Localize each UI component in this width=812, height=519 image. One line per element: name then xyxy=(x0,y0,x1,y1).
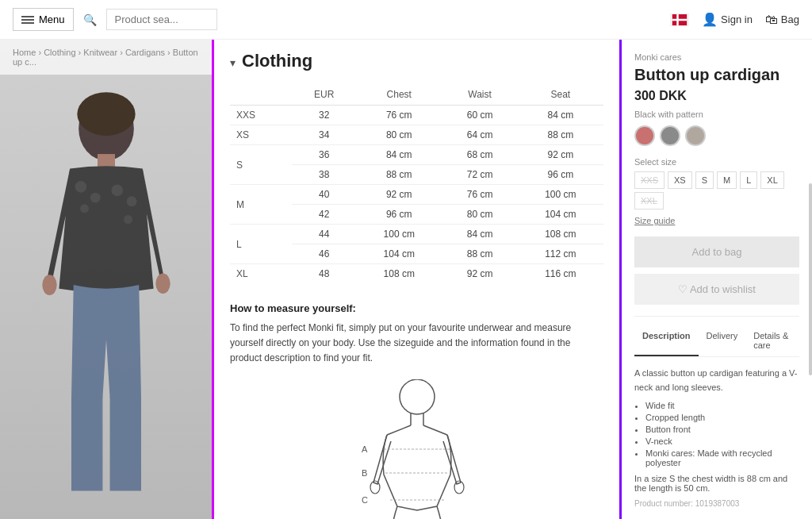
product-description: A classic button up cardigan featuring a… xyxy=(634,367,799,394)
breadcrumb-home[interactable]: Home xyxy=(13,48,36,57)
svg-point-4 xyxy=(77,92,135,136)
measure-diagram: A B C xyxy=(330,379,504,519)
table-cell: 60 cm xyxy=(442,106,517,125)
flag-icon[interactable] xyxy=(670,13,689,26)
table-header-row: EUR Chest Waist Seat xyxy=(230,84,603,106)
breadcrumb-clothing[interactable]: Clothing xyxy=(44,48,75,57)
product-number: Product number: 1019387003 xyxy=(634,499,799,508)
table-cell: 64 cm xyxy=(442,125,517,145)
color-swatch-2[interactable] xyxy=(660,125,680,146)
measure-text: To find the perfect Monki fit, simply pu… xyxy=(230,321,603,367)
table-cell: 108 cm xyxy=(356,264,442,284)
model-silhouette xyxy=(27,85,186,519)
product-image xyxy=(0,40,212,519)
size-button-m[interactable]: M xyxy=(717,171,737,189)
color-swatch-3[interactable] xyxy=(685,125,706,146)
svg-point-16 xyxy=(400,379,435,414)
person-icon: 👤 xyxy=(702,12,718,27)
table-cell: 38 xyxy=(292,165,356,185)
product-price: 300 DKK xyxy=(634,89,799,103)
size-button-xxl[interactable]: XXL xyxy=(634,192,664,210)
svg-point-10 xyxy=(80,204,89,213)
table-row: M 40 92 cm 76 cm 100 cm xyxy=(230,185,603,205)
svg-text:A: A xyxy=(362,444,368,454)
chevron-down-icon[interactable]: ▾ xyxy=(230,56,236,69)
table-cell: 84 cm xyxy=(442,225,517,244)
list-item: Monki cares: Made with recycled polyeste… xyxy=(645,448,799,467)
wishlist-button[interactable]: ♡ Add to wishlist xyxy=(634,274,799,305)
table-cell: 34 xyxy=(292,125,356,145)
size-label: S xyxy=(230,145,292,185)
table-cell: 76 cm xyxy=(442,185,517,205)
middle-panel[interactable]: ▾ Clothing EUR Chest Waist Seat XXS 32 7 xyxy=(214,40,622,519)
size-button-l[interactable]: L xyxy=(740,171,757,189)
bag-button[interactable]: 🛍 Bag xyxy=(765,13,799,27)
table-cell: 48 xyxy=(292,264,356,284)
table-cell: 108 cm xyxy=(518,225,603,244)
table-cell: 80 cm xyxy=(356,125,442,145)
divider xyxy=(634,316,799,317)
list-item: Wide fit xyxy=(645,401,799,410)
table-cell: 112 cm xyxy=(518,244,603,264)
size-button-xl[interactable]: XL xyxy=(760,171,783,189)
svg-text:C: C xyxy=(362,495,368,505)
size-table: EUR Chest Waist Seat XXS 32 76 cm 60 cm … xyxy=(230,84,603,283)
list-item: Cropped length xyxy=(645,413,799,422)
table-cell: 92 cm xyxy=(356,185,442,205)
product-title: Button up cardigan xyxy=(634,65,799,84)
left-panel: Home › Clothing › Knitwear › Cardigans ›… xyxy=(0,40,214,519)
scroll-track xyxy=(809,183,812,375)
product-tabs: Description Delivery Details & care xyxy=(634,326,799,357)
table-row: XL 48 108 cm 92 cm 116 cm xyxy=(230,264,603,284)
size-button-xxs[interactable]: XXS xyxy=(634,171,665,189)
table-cell: 80 cm xyxy=(442,205,517,225)
table-cell: 104 cm xyxy=(356,244,442,264)
search-input[interactable] xyxy=(106,9,217,30)
measure-section: How to measure yourself: To find the per… xyxy=(230,302,603,519)
size-label: XS xyxy=(230,125,292,145)
color-swatch-1[interactable] xyxy=(634,125,655,146)
table-cell: 92 cm xyxy=(518,145,603,165)
breadcrumb-knitwear[interactable]: Knitwear xyxy=(83,48,117,57)
tab-details-care[interactable]: Details & care xyxy=(745,326,799,356)
table-cell: 104 cm xyxy=(518,205,603,225)
svg-rect-15 xyxy=(109,396,140,490)
table-cell: 46 xyxy=(292,244,356,264)
table-cell: 40 xyxy=(292,185,356,205)
table-cell: 84 cm xyxy=(518,106,603,125)
seat-column-header: Seat xyxy=(518,84,603,106)
size-label: L xyxy=(230,225,292,264)
table-cell: 36 xyxy=(292,145,356,165)
size-guide-link[interactable]: Size guide xyxy=(634,216,799,225)
main-layout: Home › Clothing › Knitwear › Cardigans ›… xyxy=(0,40,812,519)
svg-point-6 xyxy=(75,181,86,193)
category-title: Clothing xyxy=(242,51,312,71)
svg-point-13 xyxy=(155,273,170,294)
size-button-s[interactable]: S xyxy=(695,171,714,189)
select-size-label: Select size xyxy=(634,157,799,167)
breadcrumb-cardigans[interactable]: Cardigans xyxy=(125,48,165,57)
table-cell: 84 cm xyxy=(356,145,442,165)
size-info-text: In a size S the chest width is 88 cm and… xyxy=(634,474,799,493)
size-button-xs[interactable]: XS xyxy=(668,171,692,189)
menu-button[interactable]: Menu xyxy=(13,8,74,31)
tab-description[interactable]: Description xyxy=(634,326,699,356)
table-cell: 68 cm xyxy=(442,145,517,165)
table-cell: 96 cm xyxy=(518,165,603,185)
tab-delivery[interactable]: Delivery xyxy=(699,326,746,356)
sign-in-button[interactable]: 👤 Sign in xyxy=(702,12,753,27)
bag-icon: 🛍 xyxy=(765,13,778,27)
bag-label: Bag xyxy=(781,13,799,25)
svg-point-7 xyxy=(90,193,100,203)
table-cell: 116 cm xyxy=(518,264,603,284)
add-to-bag-button[interactable]: Add to bag xyxy=(634,236,799,267)
color-swatches xyxy=(634,125,799,146)
svg-point-12 xyxy=(42,275,56,295)
measure-title: How to measure yourself: xyxy=(230,302,603,314)
header-right: 👤 Sign in 🛍 Bag xyxy=(670,12,799,27)
sign-in-label: Sign in xyxy=(721,13,753,25)
svg-point-8 xyxy=(111,185,123,197)
table-row: XS 34 80 cm 64 cm 88 cm xyxy=(230,125,603,145)
size-label: M xyxy=(230,185,292,225)
table-cell: 72 cm xyxy=(442,165,517,185)
